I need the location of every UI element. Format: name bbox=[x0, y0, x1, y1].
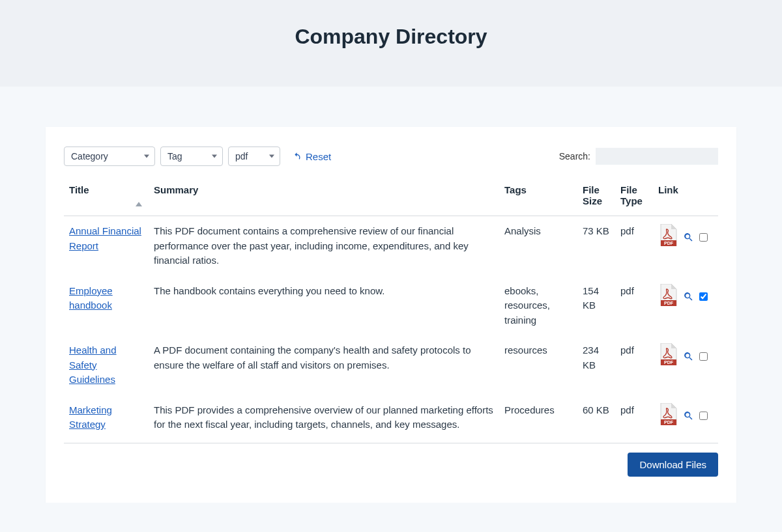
sort-asc-icon bbox=[136, 202, 142, 206]
preview-icon[interactable] bbox=[683, 291, 694, 302]
table-row: Health and Safety GuidelinesA PDF docume… bbox=[64, 335, 718, 395]
pdf-file-icon: PDF bbox=[658, 224, 678, 246]
document-file-type: pdf bbox=[615, 216, 653, 276]
search-input[interactable] bbox=[596, 148, 718, 165]
pdf-file-icon: PDF bbox=[658, 343, 678, 365]
hero-banner: Company Directory bbox=[0, 0, 782, 87]
download-link[interactable]: PDF bbox=[658, 284, 678, 311]
document-tags: ebooks, resources, training bbox=[499, 276, 577, 336]
reset-label: Reset bbox=[306, 151, 331, 162]
type-filter-value: pdf bbox=[235, 151, 248, 161]
preview-icon[interactable] bbox=[683, 351, 694, 362]
table-row: Marketing StrategyThis PDF provides a co… bbox=[64, 395, 718, 443]
chevron-down-icon bbox=[144, 155, 149, 158]
svg-text:PDF: PDF bbox=[664, 360, 674, 365]
search-label: Search: bbox=[559, 151, 590, 161]
svg-text:PDF: PDF bbox=[664, 420, 674, 425]
column-link: Link bbox=[653, 178, 718, 216]
download-link[interactable]: PDF bbox=[658, 403, 678, 430]
row-select-checkbox[interactable] bbox=[699, 352, 708, 361]
document-file-size: 154 KB bbox=[577, 276, 615, 336]
svg-text:PDF: PDF bbox=[664, 301, 674, 305]
preview-icon[interactable] bbox=[683, 232, 694, 243]
column-summary[interactable]: Summary bbox=[149, 178, 499, 216]
document-file-size: 60 KB bbox=[577, 395, 615, 443]
document-title-link[interactable]: Health and Safety Guidelines bbox=[69, 344, 117, 385]
download-files-button[interactable]: Download Files bbox=[628, 453, 718, 477]
chevron-down-icon bbox=[269, 155, 274, 158]
document-file-type: pdf bbox=[615, 395, 653, 443]
directory-card: Category Tag pdf Reset Search: bbox=[46, 127, 736, 503]
document-title-link[interactable]: Employee handbook bbox=[69, 285, 113, 311]
preview-icon[interactable] bbox=[683, 410, 694, 421]
type-filter[interactable]: pdf bbox=[228, 147, 280, 166]
reset-button[interactable]: Reset bbox=[292, 151, 331, 162]
documents-table: Title Summary Tags File Size File Type L… bbox=[64, 178, 718, 443]
page-title: Company Directory bbox=[0, 25, 782, 49]
document-file-type: pdf bbox=[615, 335, 653, 395]
table-row: Employee handbookThe handbook contains e… bbox=[64, 276, 718, 336]
document-summary: This PDF document contains a comprehensi… bbox=[149, 216, 499, 276]
svg-text:PDF: PDF bbox=[664, 241, 674, 245]
document-summary: This PDF provides a comprehensive overvi… bbox=[149, 395, 499, 443]
chevron-down-icon bbox=[212, 155, 217, 158]
row-select-checkbox[interactable] bbox=[699, 412, 708, 420]
table-row: Annual Financial ReportThis PDF document… bbox=[64, 216, 718, 276]
tag-filter-label: Tag bbox=[167, 151, 182, 161]
document-tags: Procedures bbox=[499, 395, 577, 443]
category-filter-label: Category bbox=[71, 151, 108, 161]
document-summary: The handbook contains everything you nee… bbox=[149, 276, 499, 336]
tag-filter[interactable]: Tag bbox=[160, 147, 223, 166]
row-select-checkbox[interactable] bbox=[699, 233, 708, 242]
pdf-file-icon: PDF bbox=[658, 403, 678, 425]
row-select-checkbox[interactable] bbox=[699, 292, 708, 301]
column-file-size[interactable]: File Size bbox=[577, 178, 615, 216]
document-title-link[interactable]: Annual Financial Report bbox=[69, 225, 141, 251]
column-title[interactable]: Title bbox=[64, 178, 149, 216]
document-title-link[interactable]: Marketing Strategy bbox=[69, 404, 112, 430]
document-tags: Analysis bbox=[499, 216, 577, 276]
pdf-file-icon: PDF bbox=[658, 284, 678, 306]
column-tags[interactable]: Tags bbox=[499, 178, 577, 216]
download-link[interactable]: PDF bbox=[658, 224, 678, 251]
download-link[interactable]: PDF bbox=[658, 343, 678, 370]
document-summary: A PDF document containing the company's … bbox=[149, 335, 499, 395]
document-tags: resources bbox=[499, 335, 577, 395]
undo-icon bbox=[292, 152, 302, 161]
document-file-size: 234 KB bbox=[577, 335, 615, 395]
document-file-type: pdf bbox=[615, 276, 653, 336]
document-file-size: 73 KB bbox=[577, 216, 615, 276]
filter-bar: Category Tag pdf Reset Search: bbox=[64, 147, 718, 166]
category-filter[interactable]: Category bbox=[64, 147, 155, 166]
column-file-type[interactable]: File Type bbox=[615, 178, 653, 216]
